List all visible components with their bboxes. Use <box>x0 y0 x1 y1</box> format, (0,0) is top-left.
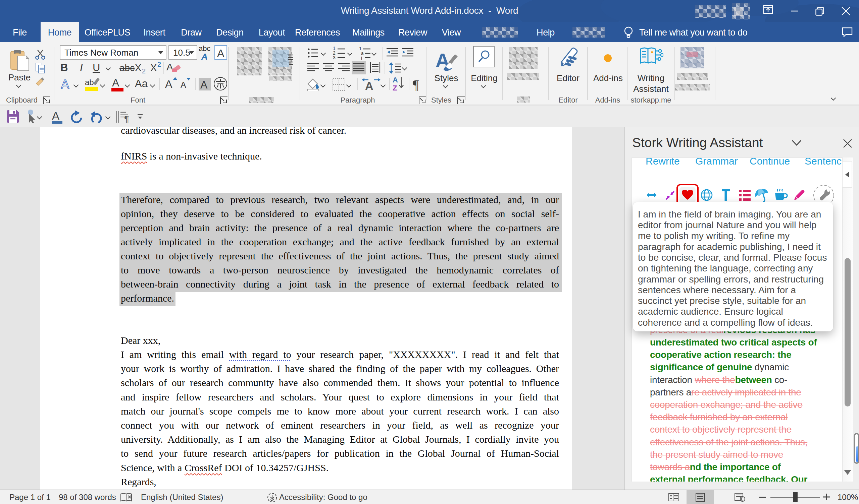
svg-text:i: i <box>361 55 362 60</box>
svg-text:2: 2 <box>142 67 146 74</box>
svg-text:I: I <box>80 61 83 74</box>
svg-text:ab: ab <box>85 78 94 87</box>
svg-text:X: X <box>135 62 141 73</box>
svg-text:Z: Z <box>393 84 397 92</box>
svg-text:A: A <box>200 79 208 91</box>
svg-text:U: U <box>93 62 100 74</box>
svg-text:B: B <box>60 62 68 74</box>
svg-text:A: A <box>365 79 374 91</box>
svg-text:X: X <box>150 62 157 73</box>
svg-text:2: 2 <box>157 61 161 68</box>
svg-text:3: 3 <box>333 55 335 60</box>
svg-text:A: A <box>217 47 225 59</box>
svg-text:¶: ¶ <box>124 114 129 123</box>
svg-text:A: A <box>61 77 69 91</box>
svg-text:¶: ¶ <box>413 77 419 91</box>
svg-text:A: A <box>52 110 59 122</box>
svg-text:abc: abc <box>119 63 135 73</box>
svg-text:Aa: Aa <box>135 78 148 90</box>
svg-text:A: A <box>201 52 208 60</box>
svg-text:A: A <box>393 76 398 84</box>
svg-text:A: A <box>112 77 119 89</box>
svg-text:A: A <box>181 80 186 90</box>
svg-text:A: A <box>165 78 172 90</box>
